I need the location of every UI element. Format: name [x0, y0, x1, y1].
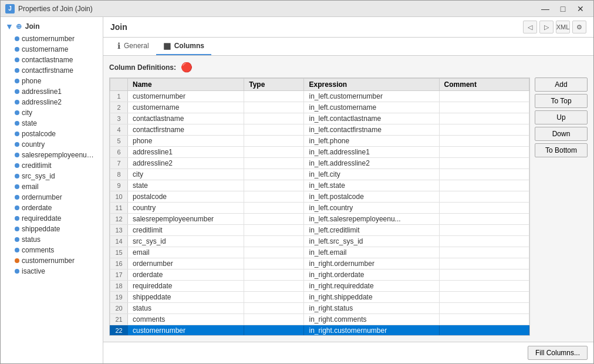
row-comment: [439, 113, 529, 124]
row-type: [244, 292, 304, 303]
tree-item-label: salesrepemployeenumber: [22, 151, 98, 159]
tree-item-label: country: [22, 140, 45, 149]
tree-item[interactable]: orderdate: [1, 203, 103, 213]
up-button[interactable]: Up: [535, 110, 588, 124]
tree-item[interactable]: src_sys_id: [1, 171, 103, 181]
tree-item[interactable]: requireddate: [1, 213, 103, 224]
tree-item[interactable]: shippeddate: [1, 224, 103, 234]
back-button[interactable]: ◁: [523, 21, 537, 33]
table-row[interactable]: 17orderdatein_right.orderdate: [110, 269, 529, 281]
tree-item-dot: [15, 216, 19, 221]
row-type: [244, 102, 304, 113]
row-expression: in_left.country: [304, 203, 439, 214]
panel-header: Join ◁ ▷ XML ⚙: [103, 17, 593, 38]
row-expression: in_left.src_sys_id: [304, 236, 439, 247]
tree-item-label: creditlimit: [22, 161, 52, 170]
table-row[interactable]: 11countryin_left.country: [110, 203, 529, 214]
row-expression: in_left.city: [304, 169, 439, 180]
tree-item[interactable]: city: [1, 107, 103, 118]
row-name: status: [128, 303, 244, 314]
maximize-button[interactable]: □: [555, 2, 571, 15]
table-row[interactable]: 6addressline1in_left.addressline1: [110, 147, 529, 158]
row-num: 15: [110, 247, 128, 258]
row-num: 10: [110, 191, 128, 203]
to-top-button[interactable]: To Top: [535, 94, 588, 108]
tree-item-label: postalcode: [22, 130, 56, 138]
xml-button[interactable]: XML: [556, 21, 570, 33]
col-def-error-icon[interactable]: 🔴: [181, 62, 193, 73]
table-row[interactable]: 15emailin_left.email: [110, 247, 529, 258]
tree-item[interactable]: postalcode: [1, 129, 103, 139]
row-type: [244, 136, 304, 147]
table-row[interactable]: 4contactfirstnamein_left.contactfirstnam…: [110, 124, 529, 136]
tree-item[interactable]: creditlimit: [1, 160, 103, 171]
row-name: contactlastname: [128, 113, 244, 124]
title-bar: J Properties of Join (Join) — □ ✕: [1, 1, 593, 17]
row-name: postalcode: [128, 191, 244, 203]
table-row[interactable]: 16ordernumberin_right.ordernumber: [110, 258, 529, 269]
tree-item[interactable]: phone: [1, 76, 103, 86]
table-row[interactable]: 9statein_left.state: [110, 180, 529, 191]
table-row[interactable]: 12salesrepemployeenumberin_left.salesrep…: [110, 214, 529, 225]
col-header-num: [110, 79, 128, 91]
row-expression: in_left.customernumber: [304, 91, 439, 102]
tree-item-label: state: [22, 119, 37, 127]
down-button[interactable]: Down: [535, 127, 588, 141]
tab-general[interactable]: ℹ General: [110, 38, 156, 55]
row-expression: in_right.shippeddate: [304, 292, 439, 303]
table-row[interactable]: 19shippeddatein_right.shippeddate: [110, 292, 529, 303]
tree-item[interactable]: country: [1, 139, 103, 150]
tree-item-dot: [15, 258, 19, 263]
close-button[interactable]: ✕: [572, 2, 589, 15]
row-comment: [439, 180, 529, 191]
tree-item[interactable]: customernumber: [1, 33, 103, 44]
row-type: [244, 303, 304, 314]
table-row[interactable]: 13creditlimitin_left.creditlimit: [110, 225, 529, 236]
tree-item[interactable]: customernumber: [1, 255, 103, 266]
row-expression: in_left.salesrepemployeenu...: [304, 214, 439, 225]
table-row[interactable]: 18requireddatein_right.requireddate: [110, 281, 529, 292]
row-name: shippeddate: [128, 292, 244, 303]
row-comment: [439, 91, 529, 102]
tree-item-dot: [15, 68, 19, 73]
tree-item[interactable]: contactfirstname: [1, 65, 103, 76]
tree-item[interactable]: customername: [1, 44, 103, 55]
table-row[interactable]: 20statusin_right.status: [110, 303, 529, 314]
row-num: 17: [110, 269, 128, 281]
tree-item[interactable]: ordernumber: [1, 192, 103, 203]
forward-button[interactable]: ▷: [539, 21, 554, 33]
table-row[interactable]: 10postalcodein_left.postalcode: [110, 191, 529, 203]
row-type: [244, 158, 304, 169]
settings-button[interactable]: ⚙: [572, 21, 586, 33]
tree-item[interactable]: salesrepemployeenumber: [1, 150, 103, 160]
table-row[interactable]: 22customernumberin_right.customernumber: [110, 325, 529, 336]
row-name: orderdate: [128, 269, 244, 281]
tree-item[interactable]: contactlastname: [1, 55, 103, 65]
fill-columns-button[interactable]: Fill Columns...: [528, 346, 588, 360]
table-row[interactable]: 21commentsin_right.comments: [110, 314, 529, 325]
tree-item[interactable]: addressline1: [1, 86, 103, 97]
tree-root-item[interactable]: ▼ ⊕ Join: [1, 19, 103, 33]
to-bottom-button[interactable]: To Bottom: [535, 143, 588, 157]
tree-item[interactable]: addressline2: [1, 97, 103, 107]
row-expression: in_right.comments: [304, 314, 439, 325]
table-row[interactable]: 14src_sys_idin_left.src_sys_id: [110, 236, 529, 247]
table-row[interactable]: 3contactlastnamein_left.contactlastname: [110, 113, 529, 124]
tree-item[interactable]: email: [1, 181, 103, 192]
tree-item-dot: [15, 100, 19, 105]
tree-item[interactable]: comments: [1, 245, 103, 255]
tab-columns[interactable]: ▦ Columns: [156, 38, 211, 55]
table-row[interactable]: 2customernamein_left.customername: [110, 102, 529, 113]
minimize-button[interactable]: —: [537, 2, 554, 15]
main-content: ▼ ⊕ Join customernumbercustomernameconta…: [1, 17, 593, 363]
columns-table-container[interactable]: Name Type Expression Comment 1customernu…: [109, 77, 530, 336]
row-name: salesrepemployeenumber: [128, 214, 244, 225]
tree-item[interactable]: state: [1, 118, 103, 129]
tree-item[interactable]: isactive: [1, 266, 103, 277]
table-row[interactable]: 5phonein_left.phone: [110, 136, 529, 147]
add-button[interactable]: Add: [535, 77, 588, 92]
table-row[interactable]: 8cityin_left.city: [110, 169, 529, 180]
table-row[interactable]: 7addressline2in_left.addressline2: [110, 158, 529, 169]
tree-item[interactable]: status: [1, 234, 103, 245]
table-row[interactable]: 1customernumberin_left.customernumber: [110, 91, 529, 102]
